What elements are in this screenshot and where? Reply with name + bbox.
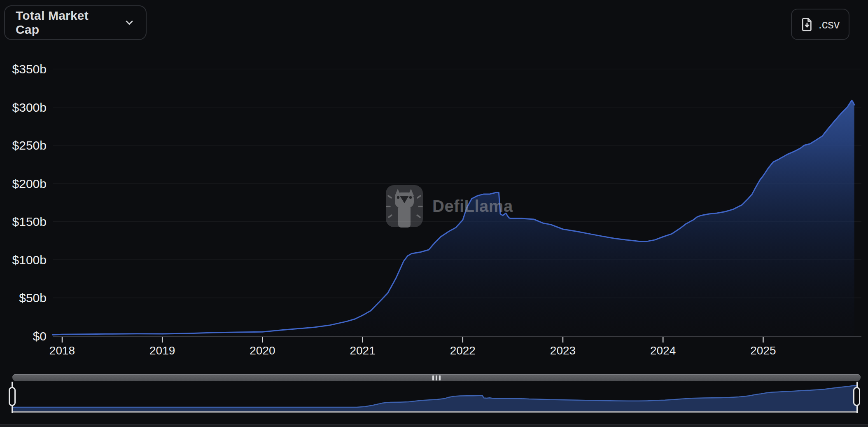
card-bottom-edge bbox=[0, 424, 868, 427]
scrollbar-grip-icon[interactable] bbox=[432, 375, 441, 380]
brush-right-handle[interactable] bbox=[853, 387, 860, 406]
range-scrollbar[interactable] bbox=[12, 374, 861, 381]
brush-left-handle[interactable] bbox=[9, 387, 16, 406]
range-navigator-chart[interactable] bbox=[0, 0, 868, 427]
defillama-chart-page: $0$50b$100b$150b$200b$250b$300b$350b2018… bbox=[0, 0, 868, 427]
